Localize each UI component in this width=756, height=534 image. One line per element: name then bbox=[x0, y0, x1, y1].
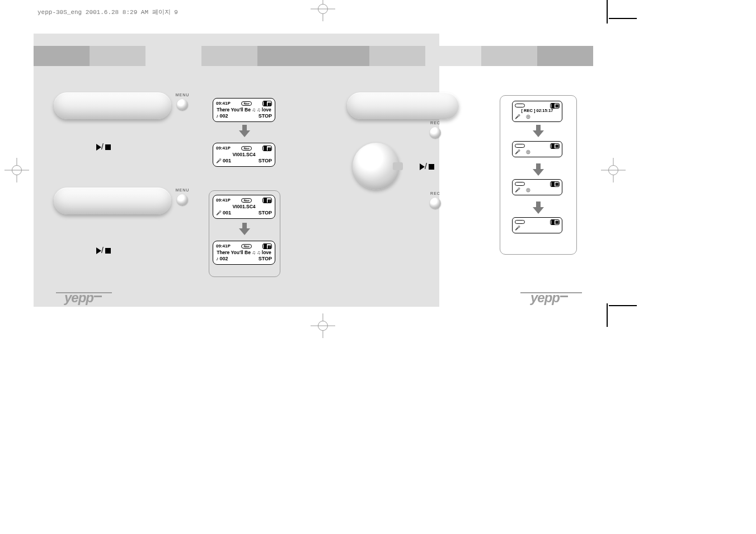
play-icon bbox=[96, 247, 101, 254]
stop-icon bbox=[105, 144, 111, 150]
lcd-screen: 09:41PNor▮▮ VI001.SC4 001STOP bbox=[213, 195, 275, 219]
switch-menu-top: MENU bbox=[54, 92, 199, 132]
rec-button[interactable]: REC bbox=[430, 127, 441, 138]
corner-rule-br-h bbox=[609, 305, 637, 306]
mic-icon bbox=[515, 225, 522, 231]
left-page: MENU / MENU / 09:41PNor▮▮ Th bbox=[34, 34, 313, 319]
cd-icon: ◎ bbox=[526, 187, 530, 193]
print-proof-page: yepp-30S_eng 2001.6.28 8:29 AM 페이지 9 MEN… bbox=[0, 0, 756, 534]
lcd-screen: 09:41PNor▮▮ VI001.SC4 001STOP bbox=[213, 143, 275, 167]
gradient-bar bbox=[34, 46, 313, 66]
rec-button-label: REC bbox=[430, 121, 440, 125]
rec-button-label: REC bbox=[430, 191, 440, 195]
down-arrow-icon bbox=[532, 202, 545, 215]
lcd-screen-mini: ▮▮ bbox=[512, 217, 562, 233]
jog-knob-block: / REC bbox=[347, 143, 492, 199]
switch-menu-bottom: MENU bbox=[54, 188, 199, 227]
menu-button[interactable]: MENU bbox=[177, 99, 188, 110]
yepp-logo: yepp bbox=[64, 291, 102, 305]
stop-icon bbox=[105, 248, 111, 254]
lcd-screen-mini: ▮▮ [ REC ] 02:15:17 ◎ bbox=[512, 101, 562, 122]
spread: MENU / MENU / 09:41PNor▮▮ Th bbox=[34, 34, 610, 319]
play-stop-indicator: / bbox=[420, 162, 434, 170]
mic-icon bbox=[515, 149, 522, 154]
cd-icon: ◎ bbox=[526, 114, 530, 119]
lcd-screen: 09:41PNor▮▮ There You'll Be ♫ ♫ love 002… bbox=[213, 98, 275, 122]
mic-icon bbox=[515, 187, 522, 193]
menu-button-label: MENU bbox=[176, 93, 190, 97]
switch-rec: REC bbox=[347, 92, 492, 132]
mode-switch-pill[interactable] bbox=[54, 92, 171, 119]
right-page: REC / REC ▮▮ [ REC ] 02:15:17 bbox=[313, 34, 593, 319]
lcd-screen-mini: ▮▮ ◎ bbox=[512, 141, 562, 157]
lcd-screen-mini: ▮▮ ◎ bbox=[512, 179, 562, 195]
lcd-screen: 09:41PNor▮▮ There You'll Be ♫ ♫ love 002… bbox=[213, 241, 275, 265]
corner-rule-tr-h bbox=[609, 18, 637, 19]
yepp-logo: yepp bbox=[530, 291, 568, 305]
menu-button-label: MENU bbox=[176, 188, 190, 192]
mode-switch-pill[interactable] bbox=[347, 92, 459, 119]
down-arrow-icon bbox=[238, 125, 251, 138]
cd-icon: ◎ bbox=[526, 149, 530, 154]
down-arrow-icon bbox=[532, 125, 545, 138]
play-stop-indicator: / bbox=[96, 246, 111, 254]
play-icon bbox=[96, 144, 101, 151]
mic-icon bbox=[515, 114, 522, 119]
play-icon bbox=[420, 163, 425, 170]
down-arrow-icon bbox=[238, 223, 251, 236]
jog-dial[interactable] bbox=[353, 143, 400, 190]
corner-rule-tr bbox=[607, 0, 608, 24]
mode-switch-pill[interactable] bbox=[54, 188, 171, 214]
down-arrow-icon bbox=[532, 163, 545, 177]
rec-button[interactable]: REC bbox=[430, 198, 441, 209]
play-stop-indicator: / bbox=[96, 143, 111, 151]
gradient-bar bbox=[313, 46, 593, 66]
stop-icon bbox=[429, 164, 434, 170]
menu-button[interactable]: MENU bbox=[177, 194, 188, 205]
